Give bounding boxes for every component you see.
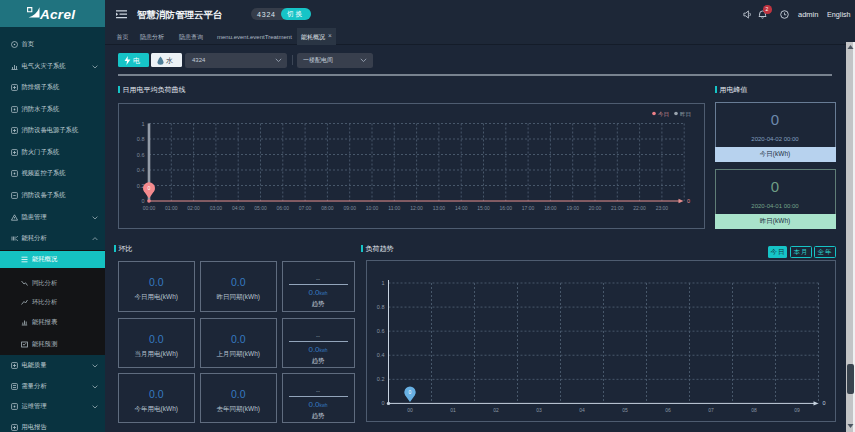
- svg-text:19:00: 19:00: [566, 204, 579, 210]
- svg-text:15:00: 15:00: [477, 204, 490, 210]
- svg-text:1: 1: [381, 280, 384, 286]
- svg-text:01: 01: [450, 407, 456, 413]
- svg-text:10:00: 10:00: [365, 204, 378, 210]
- svg-text:昨日: 昨日: [680, 110, 691, 117]
- svg-text:14:00: 14:00: [454, 204, 467, 210]
- svg-text:01:00: 01:00: [165, 204, 178, 210]
- svg-text:0.4: 0.4: [376, 352, 384, 358]
- svg-text:17:00: 17:00: [521, 204, 534, 210]
- svg-text:0.8: 0.8: [136, 136, 144, 142]
- svg-text:22:00: 22:00: [633, 204, 646, 210]
- svg-text:03: 03: [536, 407, 542, 413]
- svg-text:11:00: 11:00: [388, 204, 400, 210]
- svg-text:06: 06: [665, 407, 671, 413]
- svg-text:03:00: 03:00: [209, 204, 222, 210]
- svg-text:18:00: 18:00: [544, 204, 557, 210]
- svg-text:02: 02: [493, 407, 499, 413]
- svg-text:00:00: 00:00: [142, 204, 155, 210]
- svg-text:0.4: 0.4: [136, 167, 144, 173]
- svg-text:07: 07: [708, 407, 714, 413]
- svg-text:0: 0: [408, 389, 411, 395]
- svg-text:0: 0: [687, 198, 690, 204]
- svg-text:0: 0: [147, 185, 150, 191]
- svg-text:04:00: 04:00: [231, 204, 244, 210]
- svg-text:04: 04: [579, 407, 585, 413]
- svg-text:23:00: 23:00: [655, 204, 668, 210]
- svg-text:0.6: 0.6: [136, 151, 144, 157]
- svg-text:02:00: 02:00: [187, 204, 200, 210]
- svg-text:0.8: 0.8: [376, 304, 384, 310]
- svg-text:09: 09: [794, 407, 800, 413]
- svg-text:00: 00: [407, 407, 413, 413]
- svg-text:0: 0: [381, 400, 384, 406]
- svg-text:12:00: 12:00: [410, 204, 423, 210]
- svg-text:08:00: 08:00: [321, 204, 334, 210]
- svg-text:1: 1: [141, 120, 144, 126]
- svg-text:05:00: 05:00: [254, 204, 267, 210]
- svg-text:06:00: 06:00: [276, 204, 289, 210]
- svg-text:今日: 今日: [658, 110, 669, 117]
- svg-text:21:00: 21:00: [611, 204, 624, 210]
- svg-text:07:00: 07:00: [298, 204, 311, 210]
- svg-text:05: 05: [622, 407, 628, 413]
- svg-text:08: 08: [751, 407, 757, 413]
- svg-text:0.2: 0.2: [376, 376, 384, 382]
- svg-text:20:00: 20:00: [588, 204, 601, 210]
- svg-text:0: 0: [822, 400, 825, 406]
- svg-text:09:00: 09:00: [343, 204, 356, 210]
- svg-text:13:00: 13:00: [432, 204, 445, 210]
- svg-text:16:00: 16:00: [499, 204, 512, 210]
- svg-text:0: 0: [141, 198, 144, 204]
- svg-text:0.6: 0.6: [376, 328, 384, 334]
